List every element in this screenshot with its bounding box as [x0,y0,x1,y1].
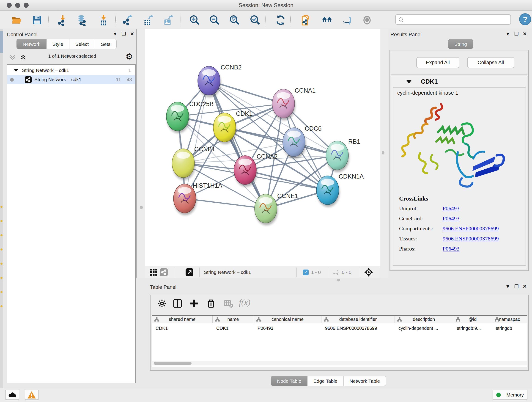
panel-close-icon[interactable]: ✕ [523,284,527,289]
column-header-canonical-name[interactable]: canonical name [254,316,322,323]
import-table-button[interactable] [97,14,110,27]
node-CCNA2[interactable] [234,156,257,187]
save-session-button[interactable] [31,14,44,27]
table-cell[interactable]: stringdb [492,324,527,332]
create-column-icon[interactable] [189,298,199,308]
crosslink-link[interactable]: P06493 [443,246,459,252]
tab-style[interactable]: Style [46,39,70,49]
table-cell[interactable]: cyclin-dependent ... [395,324,453,332]
search-input[interactable] [406,15,507,24]
column-header-description[interactable]: description [395,316,453,323]
panel-close-icon[interactable]: ✕ [130,31,134,37]
first-neighbors-button[interactable] [321,14,333,27]
table-cell[interactable]: CDK1 [152,324,213,332]
panel-menu-icon[interactable]: ▼ [505,284,510,289]
node-RB1[interactable] [326,141,349,172]
show-all-button[interactable] [361,14,374,27]
network-row[interactable]: String Network – cdk1 11 48 [7,75,135,84]
cloud-status-button[interactable] [6,390,19,400]
node-CCNA1[interactable] [272,89,295,120]
expand-all-networks-icon[interactable] [20,55,27,61]
selected-checkbox-icon[interactable]: ✓ [303,269,309,275]
column-header-@id[interactable]: @id [453,316,492,323]
hide-selected-button[interactable] [341,14,353,27]
right-divider-grip[interactable] [382,151,385,154]
tab-sets[interactable]: Sets [95,39,117,49]
edge-CCNB2-CCNE1[interactable] [209,81,266,209]
bottom-divider-grip[interactable] [336,279,340,281]
scrollbar-thumb[interactable] [154,362,191,365]
protein-section-header[interactable]: CDK1 [391,76,527,87]
crosslinks-heading: CrossLinks [399,195,523,202]
tab-string[interactable]: String [448,39,473,49]
warnings-button[interactable] [25,390,38,400]
node-CCNB2[interactable] [198,66,221,97]
detach-view-icon[interactable] [186,268,193,276]
panel-float-icon[interactable]: ❒ [122,31,126,37]
export-network-button[interactable] [121,14,134,27]
crosslink-link[interactable]: P06493 [443,205,459,211]
collapse-triangle-icon[interactable] [14,69,18,72]
left-divider-grip[interactable] [140,206,143,209]
crosslink-link[interactable]: 9606.ENSP00000378699 [443,236,499,242]
network-options-gear-icon[interactable]: ⚙ [126,52,133,61]
tab-network[interactable]: Network [17,39,46,49]
export-image-button[interactable] [162,14,175,27]
collapse-all-networks-icon[interactable] [9,55,16,61]
column-header-namespac[interactable]: namespac [492,316,527,323]
column-header-name[interactable]: name [213,316,254,323]
apply-layout-button[interactable] [274,14,287,27]
memory-button[interactable]: Memory [493,390,527,400]
import-network-from-database-button[interactable] [76,14,89,27]
zoom-selected-button[interactable] [249,14,262,27]
tab-node-table[interactable]: Node Table [271,376,307,386]
collapse-all-button[interactable]: Collapse All [467,57,514,68]
import-network-button[interactable] [56,14,69,27]
edge-CCNB2-HIST1H1A[interactable] [185,81,209,198]
export-table-button[interactable] [142,14,155,27]
panel-close-icon[interactable]: ✕ [523,31,527,37]
node-CDC25B[interactable] [166,102,190,133]
crosslink-link[interactable]: 9606.ENSP00000378699 [443,225,499,232]
table-cell[interactable]: CDK1 [213,324,254,332]
table-horizontal-scrollbar[interactable] [152,361,527,365]
zoom-out-button[interactable] [208,14,221,27]
panel-menu-icon[interactable]: ▼ [505,31,510,37]
zoom-fit-button[interactable] [228,14,241,27]
table-options-gear-icon[interactable] [157,298,167,308]
table-row[interactable]: CDK1CDK1P064939606.ENSP00000378699cyclin… [152,324,527,332]
graphics-details-icon[interactable] [150,268,158,276]
node-CDK1[interactable] [213,113,236,144]
tab-edge-table[interactable]: Edge Table [307,376,344,386]
node-CDC6[interactable] [283,128,306,159]
show-columns-icon[interactable] [172,298,183,308]
string-settings-icon[interactable] [160,268,168,276]
edge-HIST1H1A-CCNE1[interactable] [185,198,266,209]
birdseye-view-icon[interactable] [364,268,373,277]
panel-menu-icon[interactable]: ▼ [113,31,118,37]
new-network-from-selection-button[interactable] [300,14,313,27]
panel-float-icon[interactable]: ❒ [514,284,519,289]
table-cell[interactable]: P06493 [254,324,322,332]
zoom-in-button[interactable] [188,14,201,27]
network-collection-row[interactable]: String Network – cdk1 1 [7,66,135,75]
delete-column-icon[interactable] [206,298,216,308]
expand-all-button[interactable]: Expand All [416,57,459,68]
crosslink-link[interactable]: P06493 [443,216,459,222]
left-panel-divider[interactable] [136,29,145,278]
network-canvas[interactable]: CCNB2CCNA1CDC25BCDK1CDC6RB1CCNB1CCNA2CDK… [145,29,380,266]
tab-network-table[interactable]: Network Table [344,376,386,386]
node-CCNB1[interactable] [172,149,195,180]
table-cell[interactable]: stringdb:9... [453,324,492,332]
column-header-database-identifier[interactable]: database identifier [322,316,395,323]
collapse-triangle-icon[interactable] [406,80,412,83]
open-session-button[interactable] [10,14,23,27]
node-CCNE1[interactable] [254,194,278,225]
node-label-RB1: RB1 [348,138,360,145]
help-button[interactable]: ? [519,13,531,25]
table-cell[interactable]: 9606.ENSP00000378699 [322,324,395,332]
node-CDKN1A[interactable] [317,176,340,207]
tab-select[interactable]: Select [70,39,95,49]
column-header-shared-name[interactable]: shared name [152,316,213,323]
panel-float-icon[interactable]: ❒ [514,31,519,37]
